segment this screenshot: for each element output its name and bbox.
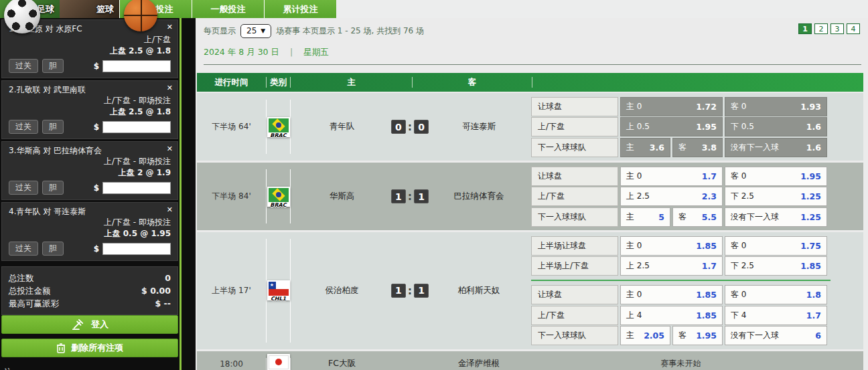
score-home: 1 (391, 284, 406, 298)
bet-title: 4.青年队 对 哥连泰斯 (9, 206, 171, 217)
market-row: 上/下盘上 0.51.95下 0.51.6 (531, 117, 830, 136)
odds-value: 1.85 (800, 261, 821, 271)
matches-main: 1234 每页显示 25 ▼ 场赛事 本页显示 1 - 25 场, 共找到 76… (196, 18, 868, 370)
odds-value: 3.8 (702, 143, 717, 153)
odds-cell[interactable]: 客5.5 (672, 207, 723, 227)
market-label: 让球盘 (531, 167, 618, 186)
odds-cell[interactable]: 客1.95 (672, 326, 723, 345)
nav-tab-2[interactable]: 一般投注 (192, 0, 264, 18)
parlay-button[interactable]: 过关 (9, 181, 38, 195)
match-status: 赛事未开始 (531, 358, 830, 369)
odds-cell[interactable]: 上 41.85 (620, 306, 723, 325)
tab-basketball-label: 篮球 (96, 3, 114, 15)
odds-cell[interactable]: 下 41.7 (725, 306, 827, 325)
odds-cell[interactable]: 上 2.52.3 (620, 187, 723, 206)
tab-football[interactable]: 足球 (0, 0, 60, 18)
odds-cell[interactable]: 主 01.85 (620, 236, 723, 256)
tab-basketball[interactable]: 篮球 (60, 0, 119, 18)
page-button-1[interactable]: 1 (798, 23, 812, 34)
date-separator: | (290, 47, 293, 57)
market-row: 让球盘主 01.7客 01.95 (531, 167, 830, 186)
summary-row: 总投注金额$ 0.00 (9, 284, 171, 297)
odds-cell[interactable]: 主2.05 (620, 326, 670, 345)
bet-selection: 上盘 2 @ 1.9 (9, 167, 171, 179)
odds-cell[interactable]: 主 01.85 (620, 285, 723, 304)
matches-toolbar: 1234 每页显示 25 ▼ 场赛事 本页显示 1 - 25 场, 共找到 76… (196, 18, 868, 65)
market-label: 下一入球球队 (531, 138, 618, 157)
odds-value: 1.7 (702, 171, 717, 181)
flag-japan-icon: JPN3 (267, 354, 290, 370)
flag-chile-icon: CHL1 (267, 280, 290, 300)
match-row: 下半场 64'BRAC青年队0:0哥连泰斯让球盘主 01.72客 01.93上/… (197, 93, 863, 161)
stake-input[interactable] (102, 121, 171, 133)
odds-cell[interactable]: 主 01.7 (620, 167, 723, 186)
column-header: 类别 (267, 77, 290, 88)
odds-cell[interactable]: 下 2.51.85 (725, 256, 827, 276)
page-button-2[interactable]: 2 (814, 23, 828, 34)
odds-cell[interactable]: 上 2.51.7 (620, 256, 723, 276)
page-button-3[interactable]: 3 (830, 23, 844, 34)
sidebar-gap (182, 18, 196, 370)
summary-value: $ 0.00 (141, 284, 171, 297)
odds-cell[interactable]: 没有下一入球6 (725, 326, 827, 345)
banker-button[interactable]: 胆 (42, 120, 64, 134)
odds-value: 1.93 (800, 102, 821, 112)
away-team: 柏利斯天奴 (427, 285, 531, 296)
stake-input[interactable] (102, 243, 171, 255)
results-text: 场赛事 本页显示 1 - 25 场, 共找到 76 场 (276, 25, 424, 37)
currency-label: $ (94, 183, 99, 193)
stake-input[interactable] (102, 182, 171, 194)
odds-cell: 主 01.72 (620, 97, 723, 116)
login-button[interactable]: 登入 (1, 315, 178, 334)
odds-selection: 下 4 (731, 310, 746, 321)
away-team: 金泽萨维根 (427, 358, 531, 369)
odds-cell[interactable]: 下 2.51.25 (725, 187, 827, 206)
odds-selection: 上 2.5 (626, 191, 650, 202)
nav-tab-3[interactable]: 累计投注 (264, 0, 336, 18)
summary-label: 总投注金额 (9, 284, 51, 297)
odds-cell[interactable]: 客 01.95 (725, 167, 827, 186)
odds-cell[interactable]: 主5 (620, 207, 670, 227)
per-page-label: 每页显示 (204, 25, 236, 37)
odds-selection: 主 (626, 330, 634, 341)
close-icon[interactable]: ✕ (167, 145, 173, 153)
market-label: 让球盘 (531, 97, 618, 116)
match-row: 下半场 84'BRAC华斯高1:1巴拉纳体育会让球盘主 01.7客 01.95上… (197, 163, 863, 230)
page-button-4[interactable]: 4 (847, 23, 860, 34)
market-row: 上半场让球盘主 01.85客 01.75 (531, 236, 830, 256)
parlay-button[interactable]: 过关 (9, 242, 38, 256)
banker-button[interactable]: 胆 (42, 242, 64, 256)
odds-cell[interactable]: 客 01.75 (725, 236, 827, 256)
clear-all-button[interactable]: 删除所有注项 (1, 339, 178, 357)
banker-button[interactable]: 胆 (42, 59, 64, 73)
odds-area: 赛事未开始 (531, 358, 830, 369)
currency-label: $ (94, 244, 99, 254)
odds-selection: 上 4 (626, 310, 642, 321)
close-icon[interactable]: ✕ (167, 23, 173, 31)
betslip-item: 3.华斯高 对 巴拉纳体育会✕上/下盘 - 即场投注上盘 2 @ 1.9过关胆$ (1, 141, 178, 200)
odds-selection: 主 0 (626, 289, 642, 300)
parlay-button[interactable]: 过关 (9, 59, 38, 73)
odds-cell[interactable]: 没有下一入球1.25 (725, 207, 827, 227)
close-icon[interactable]: ✕ (167, 84, 173, 92)
odds-area: 上半场让球盘主 01.85客 01.75上半场上/下盘上 2.51.7下 2.5… (531, 235, 830, 347)
per-page-select[interactable]: 25 ▼ (240, 24, 271, 38)
odds-value: 2.3 (702, 191, 717, 201)
banker-button[interactable]: 胆 (42, 181, 64, 195)
currency-label: $ (94, 122, 99, 132)
odds-cell[interactable]: 客 01.8 (725, 285, 827, 304)
odds-value: 3.6 (650, 143, 664, 153)
market-label: 上/下盘 (531, 306, 618, 325)
odds-selection: 主 (626, 211, 634, 223)
market-label: 下一入球球队 (531, 326, 618, 345)
summary-row: 最高可赢派彩$ -- (9, 297, 171, 310)
per-page-value: 25 (246, 26, 257, 35)
odds-selection: 主 (626, 142, 634, 153)
league-code: CHL1 (267, 296, 290, 302)
odds-selection: 没有下一入球 (731, 211, 779, 223)
odds-value: 1.25 (800, 191, 821, 201)
stake-input[interactable] (102, 60, 171, 72)
close-icon[interactable]: ✕ (167, 205, 173, 214)
score-colon: : (408, 120, 412, 133)
parlay-button[interactable]: 过关 (9, 120, 38, 134)
